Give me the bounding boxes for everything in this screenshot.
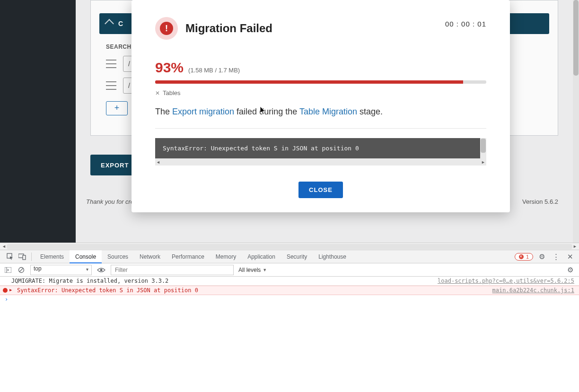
log-message: JQMIGRATE: Migrate is installed, version… <box>11 278 168 284</box>
console-log[interactable]: JQMIGRATE: Migrate is installed, version… <box>0 277 579 304</box>
svg-line-6 <box>19 268 23 272</box>
stage-row: ✕ Tables <box>155 89 486 96</box>
kebab-menu-icon[interactable]: ⋮ <box>551 253 561 261</box>
table-migration-link[interactable]: Table Migration <box>299 107 357 116</box>
console-sidebar-toggle-icon[interactable] <box>4 266 12 274</box>
error-log-text[interactable]: SyntaxError: Unexpected token S in JSON … <box>155 138 486 158</box>
devtools-tab-lighthouse[interactable]: Lighthouse <box>313 250 352 263</box>
error-count-pill[interactable]: ✕ 1 <box>515 253 533 261</box>
inspect-icon[interactable] <box>4 251 16 263</box>
close-button[interactable]: CLOSE <box>298 182 343 198</box>
log-levels-select[interactable]: All levels▼ <box>238 267 267 273</box>
context-select[interactable]: top <box>30 265 92 275</box>
log-horizontal-scrollbar[interactable]: ◄► <box>155 158 486 166</box>
svg-rect-2 <box>23 255 26 260</box>
x-icon: ✕ <box>155 90 160 96</box>
console-toolbar: top All levels▼ ⚙ <box>0 263 579 277</box>
log-message: SyntaxError: Unexpected token S in JSON … <box>11 287 198 294</box>
console-settings-gear-icon[interactable]: ⚙ <box>565 266 575 274</box>
device-toggle-icon[interactable] <box>16 251 28 263</box>
stage-label: Tables <box>163 89 181 96</box>
clear-console-icon[interactable] <box>17 266 26 274</box>
error-count: 1 <box>526 254 529 260</box>
error-log-box: SyntaxError: Unexpected token S in JSON … <box>155 138 486 166</box>
devtools-tab-sources[interactable]: Sources <box>102 250 134 263</box>
elapsed-timer: 00 : 00 : 01 <box>445 20 486 28</box>
error-dot-icon: ✕ <box>519 254 524 259</box>
devtools-tab-memory[interactable]: Memory <box>210 250 242 263</box>
devtools-tab-performance[interactable]: Performance <box>166 250 210 263</box>
svg-point-7 <box>100 269 103 271</box>
devtools-panel: ElementsConsoleSourcesNetworkPerformance… <box>0 250 579 392</box>
devtools-tabbar: ElementsConsoleSourcesNetworkPerformance… <box>0 250 579 263</box>
error-badge-icon: ! <box>155 17 178 40</box>
settings-gear-icon[interactable]: ⚙ <box>537 253 547 261</box>
log-source-link[interactable]: load-scripts.php?c=0…e,utils&ver=5.6.2:5 <box>438 278 574 284</box>
page-horizontal-scrollbar[interactable]: ◄► <box>0 243 579 250</box>
devtools-tab-elements[interactable]: Elements <box>35 250 70 263</box>
progress-percent: 93% <box>155 60 184 76</box>
console-log-row[interactable]: JQMIGRATE: Migrate is installed, version… <box>0 277 579 286</box>
devtools-tab-application[interactable]: Application <box>242 250 281 263</box>
console-filter-input[interactable] <box>111 265 234 275</box>
modal-title: Migration Failed <box>185 22 272 35</box>
progress-size: (1.58 MB / 1.7 MB) <box>188 67 240 74</box>
export-migration-link[interactable]: Export migration <box>172 107 234 116</box>
failure-message: The Export migration failed during the T… <box>155 106 486 118</box>
devtools-tab-network[interactable]: Network <box>134 250 166 263</box>
console-prompt[interactable]: › <box>0 295 579 304</box>
log-vertical-scrollbar[interactable] <box>480 138 486 161</box>
log-source-link[interactable]: main.6a2b224c.chunk.js:1 <box>492 287 574 294</box>
migration-modal: ! Migration Failed 00 : 00 : 01 93% (1.5… <box>132 0 510 212</box>
devtools-close-icon[interactable]: ✕ <box>565 253 575 261</box>
devtools-tab-console[interactable]: Console <box>70 250 102 263</box>
progress-bar <box>155 80 486 84</box>
console-error-row[interactable]: ▶SyntaxError: Unexpected token S in JSON… <box>0 286 579 295</box>
live-expression-icon[interactable] <box>96 266 106 274</box>
devtools-tab-security[interactable]: Security <box>281 250 313 263</box>
